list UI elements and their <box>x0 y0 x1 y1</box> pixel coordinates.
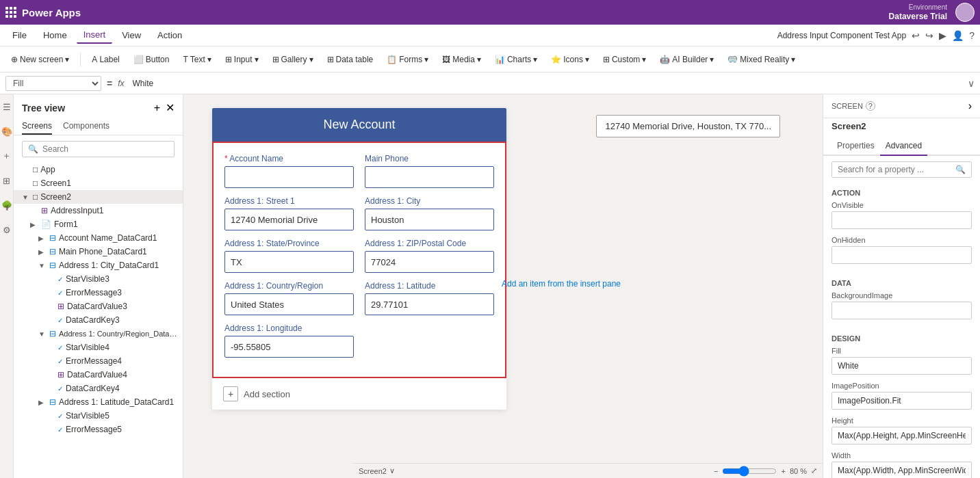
sidebar-search-box: 🔍 <box>22 141 175 157</box>
sidebar-item-app[interactable]: □ App <box>14 163 183 176</box>
ai-builder-button[interactable]: 🤖 AI Builder ▾ <box>654 52 719 67</box>
add-section[interactable]: + Add section <box>212 378 506 410</box>
screen-chevron[interactable]: ∨ <box>389 466 395 475</box>
icon-panel-data[interactable]: ⊞ <box>0 174 14 187</box>
sidebar-tab-screens[interactable]: Screens <box>22 118 52 135</box>
sidebar-close-icon[interactable]: ✕ <box>166 101 175 114</box>
sidebar-item-city-datacard1[interactable]: ▼ ⊟ Address 1: City_DataCard1 <box>14 258 183 272</box>
new-screen-button[interactable]: ⊕ New screen ▾ <box>5 52 75 67</box>
panel-search-input[interactable] <box>838 165 951 174</box>
media-button[interactable]: 🖼 Media ▾ <box>437 52 487 67</box>
sidebar-item-starvisible4[interactable]: ✓ StarVisible4 <box>14 341 183 354</box>
panel-field-backgroundimage: BackgroundImage <box>831 291 972 319</box>
sidebar-item-errormessage4[interactable]: ✓ ErrorMessage4 <box>14 354 183 368</box>
menu-insert[interactable]: Insert <box>77 27 113 44</box>
text-button[interactable]: T Text ▾ <box>177 52 216 67</box>
custom-button[interactable]: ⊞ Custom ▾ <box>597 52 652 67</box>
field-input-zip[interactable] <box>365 251 494 273</box>
formula-expand-icon[interactable]: ∨ <box>968 78 975 89</box>
zoom-minus-button[interactable]: − <box>714 467 718 475</box>
sidebar-item-starvisible5[interactable]: ✓ StarVisible5 <box>14 409 183 423</box>
screen-section-label: SCREEN ? <box>831 101 875 111</box>
panel-field-input-onhidden[interactable] <box>831 246 972 264</box>
right-panel-expand-icon[interactable]: › <box>968 100 972 112</box>
button-button[interactable]: ⬜ Button <box>128 52 175 67</box>
field-input-country[interactable] <box>224 293 354 315</box>
screen-help-icon[interactable]: ? <box>866 101 875 111</box>
panel-field-input-imageposition[interactable] <box>831 392 972 410</box>
item-icon-datacardvalue3: ⊞ <box>57 302 64 311</box>
item-icon-screen1: □ <box>33 178 38 188</box>
redo-button[interactable]: ↪ <box>925 30 933 41</box>
panel-field-input-height[interactable] <box>831 427 972 444</box>
panel-tab-properties[interactable]: Properties <box>831 137 880 156</box>
sidebar-item-datacardkey4[interactable]: ✓ DataCardKey4 <box>14 382 183 395</box>
sidebar-item-screen2[interactable]: ▼ □ Screen2 … <box>14 190 183 204</box>
icon-panel-add[interactable]: ＋ <box>0 149 14 163</box>
charts-button[interactable]: 📊 Charts ▾ <box>489 52 543 67</box>
forms-button[interactable]: 📋 Forms ▾ <box>381 52 434 67</box>
label-button[interactable]: A Label <box>86 52 125 67</box>
formula-input[interactable] <box>130 77 962 90</box>
field-input-state[interactable] <box>224 251 354 273</box>
sidebar-item-addressinput1[interactable]: ⊞ AddressInput1 <box>14 204 183 217</box>
panel-tab-advanced[interactable]: Advanced <box>880 137 927 156</box>
icon-panel-brush[interactable]: 🎨 <box>0 124 14 138</box>
menu-action[interactable]: Action <box>151 27 189 43</box>
sidebar-item-form1[interactable]: ▶ 📄 Form1 <box>14 217 183 231</box>
mixed-reality-button[interactable]: 🥽 Mixed Reality ▾ <box>722 52 801 67</box>
sidebar-item-country-datacard[interactable]: ▼ ⊟ Address 1: Country/Region_DataCa… <box>14 327 183 341</box>
input-button[interactable]: ⊞ Input ▾ <box>220 52 264 67</box>
sidebar-item-datacardvalue4[interactable]: ⊞ DataCardValue4 <box>14 368 183 382</box>
zoom-plus-button[interactable]: + <box>781 467 785 475</box>
data-table-button[interactable]: ⊞ Data table <box>322 52 379 67</box>
field-input-main-phone[interactable] <box>365 166 494 188</box>
field-input-latitude[interactable] <box>365 293 494 315</box>
icon-panel-tree[interactable]: 🌳 <box>0 198 14 212</box>
field-label-longitude: Address 1: Longitude <box>224 323 354 333</box>
gallery-button[interactable]: ⊞ Gallery ▾ <box>267 52 319 67</box>
sidebar-item-errormessage5[interactable]: ✓ ErrorMessage5 <box>14 423 183 436</box>
menu-home[interactable]: Home <box>36 27 74 43</box>
icons-button[interactable]: ⭐ Icons ▾ <box>545 52 595 67</box>
sidebar-item-datacardvalue3[interactable]: ⊞ DataCardValue3 <box>14 300 183 313</box>
sidebar-item-main-phone-datacard1[interactable]: ▶ ⊟ Main Phone_DataCard1 <box>14 245 183 258</box>
formula-fill-select[interactable]: Fill <box>5 76 101 91</box>
sidebar-item-starvisible3[interactable]: ✓ StarVisible3 <box>14 272 183 286</box>
sidebar-add-icon[interactable]: + <box>154 102 160 114</box>
icon-panel-settings[interactable]: ⚙ <box>0 223 14 237</box>
menu-file[interactable]: File <box>5 27 34 43</box>
text-icon: T <box>183 55 188 64</box>
sidebar-search-input[interactable] <box>42 144 168 154</box>
panel-field-input-backgroundimage[interactable] <box>831 302 972 319</box>
item-label-datacardvalue4: DataCardValue4 <box>67 370 177 380</box>
ai-builder-chevron: ▾ <box>710 55 714 64</box>
field-input-street1[interactable] <box>224 209 354 230</box>
panel-field-input-onvisible[interactable] <box>831 211 972 229</box>
zoom-slider[interactable] <box>722 466 777 477</box>
avatar[interactable] <box>955 3 975 22</box>
play-button[interactable]: ▶ <box>939 30 946 41</box>
sidebar-tab-components[interactable]: Components <box>63 118 109 135</box>
sidebar-item-latitude-datacard1[interactable]: ▶ ⊟ Address 1: Latitude_DataCard1 <box>14 395 183 409</box>
sidebar-item-errormessage3[interactable]: ✓ ErrorMessage3 <box>14 286 183 300</box>
expand-canvas-icon[interactable]: ⤢ <box>811 466 817 475</box>
icon-panel-menu[interactable]: ☰ <box>0 100 14 114</box>
field-input-city[interactable] <box>365 209 494 230</box>
panel-field-input-fill[interactable] <box>831 357 972 375</box>
sidebar-item-screen1[interactable]: □ Screen1 <box>14 176 183 190</box>
sidebar-item-account-name-datacard1[interactable]: ▶ ⊟ Account Name_DataCard1 <box>14 231 183 245</box>
undo-button[interactable]: ↩ <box>912 30 920 41</box>
sidebar-item-datacardkey3[interactable]: ✓ DataCardKey3 <box>14 313 183 327</box>
grid-icon[interactable] <box>5 7 16 18</box>
panel-field-input-width[interactable] <box>831 462 972 478</box>
field-input-longitude[interactable] <box>224 336 354 358</box>
item-label-datacardkey4: DataCardKey4 <box>66 384 177 393</box>
icons-chevron: ▾ <box>585 55 589 64</box>
env-info: Environment Dataverse Trial <box>889 3 947 23</box>
help-button[interactable]: ? <box>969 30 975 41</box>
menu-view[interactable]: View <box>115 27 148 43</box>
screen2-label: Screen2 <box>359 467 387 475</box>
user-icon[interactable]: 👤 <box>952 30 964 41</box>
field-input-account-name[interactable] <box>224 166 354 188</box>
